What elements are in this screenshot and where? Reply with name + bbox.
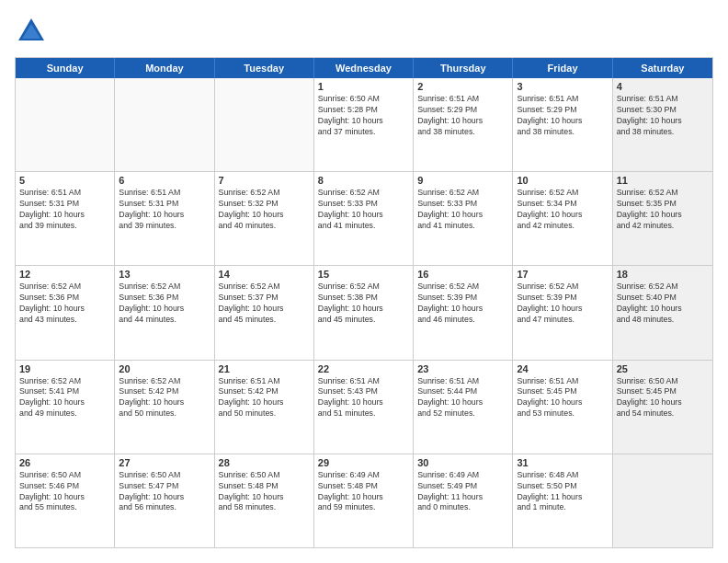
logo: [15, 15, 51, 48]
day-info: Sunrise: 6:52 AM Sunset: 5:36 PM Dayligh…: [119, 282, 210, 326]
day-number: 4: [617, 81, 709, 92]
day-info: Sunrise: 6:52 AM Sunset: 5:38 PM Dayligh…: [318, 282, 409, 326]
calendar-cell-2-4: 16Sunrise: 6:52 AM Sunset: 5:39 PM Dayli…: [414, 266, 513, 359]
calendar-cell-0-5: 3Sunrise: 6:51 AM Sunset: 5:29 PM Daylig…: [513, 78, 612, 171]
day-number: 28: [219, 457, 310, 468]
calendar-cell-4-4: 30Sunrise: 6:49 AM Sunset: 5:49 PM Dayli…: [414, 454, 513, 547]
day-info: Sunrise: 6:52 AM Sunset: 5:40 PM Dayligh…: [617, 282, 709, 326]
calendar: SundayMondayTuesdayWednesdayThursdayFrid…: [15, 57, 713, 548]
day-info: Sunrise: 6:52 AM Sunset: 5:33 PM Dayligh…: [417, 188, 508, 232]
calendar-cell-2-2: 14Sunrise: 6:52 AM Sunset: 5:37 PM Dayli…: [215, 266, 314, 359]
day-number: 16: [417, 269, 508, 280]
calendar-cell-0-2: [215, 78, 314, 171]
calendar-body: 1Sunrise: 6:50 AM Sunset: 5:28 PM Daylig…: [16, 78, 712, 547]
day-info: Sunrise: 6:50 AM Sunset: 5:45 PM Dayligh…: [617, 376, 709, 420]
day-number: 2: [417, 81, 508, 92]
day-number: 13: [119, 269, 210, 280]
weekday-header-monday: Monday: [115, 58, 214, 78]
day-info: Sunrise: 6:52 AM Sunset: 5:39 PM Dayligh…: [417, 282, 508, 326]
day-number: 20: [119, 363, 210, 374]
weekday-header-tuesday: Tuesday: [215, 58, 314, 78]
calendar-cell-0-4: 2Sunrise: 6:51 AM Sunset: 5:29 PM Daylig…: [414, 78, 513, 171]
day-number: 8: [318, 175, 409, 186]
calendar-cell-4-0: 26Sunrise: 6:50 AM Sunset: 5:46 PM Dayli…: [16, 454, 115, 547]
calendar-cell-1-4: 9Sunrise: 6:52 AM Sunset: 5:33 PM Daylig…: [414, 172, 513, 265]
calendar-row-2: 12Sunrise: 6:52 AM Sunset: 5:36 PM Dayli…: [16, 266, 712, 360]
calendar-cell-4-1: 27Sunrise: 6:50 AM Sunset: 5:47 PM Dayli…: [115, 454, 214, 547]
calendar-cell-2-0: 12Sunrise: 6:52 AM Sunset: 5:36 PM Dayli…: [16, 266, 115, 359]
day-info: Sunrise: 6:49 AM Sunset: 5:49 PM Dayligh…: [417, 470, 508, 514]
calendar-cell-2-6: 18Sunrise: 6:52 AM Sunset: 5:40 PM Dayli…: [613, 266, 712, 359]
day-info: Sunrise: 6:50 AM Sunset: 5:28 PM Dayligh…: [318, 94, 409, 138]
day-info: Sunrise: 6:52 AM Sunset: 5:37 PM Dayligh…: [219, 282, 310, 326]
day-number: 10: [517, 175, 608, 186]
weekday-header-saturday: Saturday: [613, 58, 712, 78]
calendar-row-3: 19Sunrise: 6:52 AM Sunset: 5:41 PM Dayli…: [16, 361, 712, 454]
calendar-cell-3-2: 21Sunrise: 6:51 AM Sunset: 5:42 PM Dayli…: [215, 361, 314, 454]
calendar-cell-4-2: 28Sunrise: 6:50 AM Sunset: 5:48 PM Dayli…: [215, 454, 314, 547]
calendar-row-1: 5Sunrise: 6:51 AM Sunset: 5:31 PM Daylig…: [16, 172, 712, 266]
day-info: Sunrise: 6:50 AM Sunset: 5:48 PM Dayligh…: [219, 470, 310, 514]
calendar-cell-2-3: 15Sunrise: 6:52 AM Sunset: 5:38 PM Dayli…: [314, 266, 414, 359]
day-number: 26: [19, 457, 110, 468]
calendar-cell-0-1: [115, 78, 214, 171]
calendar-cell-1-1: 6Sunrise: 6:51 AM Sunset: 5:31 PM Daylig…: [115, 172, 214, 265]
day-number: 18: [617, 269, 709, 280]
day-number: 23: [417, 363, 508, 374]
day-number: 5: [19, 175, 110, 186]
calendar-cell-4-6: [613, 454, 712, 547]
calendar-cell-2-5: 17Sunrise: 6:52 AM Sunset: 5:39 PM Dayli…: [513, 266, 612, 359]
calendar-cell-1-2: 7Sunrise: 6:52 AM Sunset: 5:32 PM Daylig…: [215, 172, 314, 265]
calendar-cell-4-3: 29Sunrise: 6:49 AM Sunset: 5:48 PM Dayli…: [314, 454, 414, 547]
day-info: Sunrise: 6:49 AM Sunset: 5:48 PM Dayligh…: [318, 470, 409, 514]
day-info: Sunrise: 6:52 AM Sunset: 5:41 PM Dayligh…: [19, 376, 110, 420]
day-number: 31: [517, 457, 608, 468]
calendar-cell-0-3: 1Sunrise: 6:50 AM Sunset: 5:28 PM Daylig…: [314, 78, 414, 171]
logo-icon: [15, 15, 48, 48]
day-number: 22: [318, 363, 409, 374]
day-number: 11: [617, 175, 709, 186]
header: [15, 15, 713, 48]
day-info: Sunrise: 6:50 AM Sunset: 5:46 PM Dayligh…: [19, 470, 110, 514]
day-info: Sunrise: 6:52 AM Sunset: 5:36 PM Dayligh…: [19, 282, 110, 326]
calendar-cell-3-1: 20Sunrise: 6:52 AM Sunset: 5:42 PM Dayli…: [115, 361, 214, 454]
day-info: Sunrise: 6:51 AM Sunset: 5:42 PM Dayligh…: [219, 376, 310, 420]
day-info: Sunrise: 6:48 AM Sunset: 5:50 PM Dayligh…: [517, 470, 608, 514]
day-number: 15: [318, 269, 409, 280]
calendar-cell-3-4: 23Sunrise: 6:51 AM Sunset: 5:44 PM Dayli…: [414, 361, 513, 454]
day-info: Sunrise: 6:51 AM Sunset: 5:31 PM Dayligh…: [119, 188, 210, 232]
day-number: 21: [219, 363, 310, 374]
weekday-header-friday: Friday: [513, 58, 612, 78]
day-number: 17: [517, 269, 608, 280]
calendar-header: SundayMondayTuesdayWednesdayThursdayFrid…: [16, 58, 712, 78]
calendar-cell-0-6: 4Sunrise: 6:51 AM Sunset: 5:30 PM Daylig…: [613, 78, 712, 171]
day-info: Sunrise: 6:52 AM Sunset: 5:35 PM Dayligh…: [617, 188, 709, 232]
calendar-row-4: 26Sunrise: 6:50 AM Sunset: 5:46 PM Dayli…: [16, 454, 712, 547]
calendar-cell-4-5: 31Sunrise: 6:48 AM Sunset: 5:50 PM Dayli…: [513, 454, 612, 547]
day-number: 6: [119, 175, 210, 186]
day-info: Sunrise: 6:52 AM Sunset: 5:32 PM Dayligh…: [219, 188, 310, 232]
day-number: 14: [219, 269, 310, 280]
day-number: 9: [417, 175, 508, 186]
day-number: 24: [517, 363, 608, 374]
day-info: Sunrise: 6:51 AM Sunset: 5:29 PM Dayligh…: [517, 94, 608, 138]
day-info: Sunrise: 6:51 AM Sunset: 5:31 PM Dayligh…: [19, 188, 110, 232]
calendar-cell-2-1: 13Sunrise: 6:52 AM Sunset: 5:36 PM Dayli…: [115, 266, 214, 359]
weekday-header-wednesday: Wednesday: [314, 58, 414, 78]
calendar-cell-3-0: 19Sunrise: 6:52 AM Sunset: 5:41 PM Dayli…: [16, 361, 115, 454]
day-info: Sunrise: 6:52 AM Sunset: 5:42 PM Dayligh…: [119, 376, 210, 420]
calendar-cell-0-0: [16, 78, 115, 171]
calendar-cell-3-6: 25Sunrise: 6:50 AM Sunset: 5:45 PM Dayli…: [613, 361, 712, 454]
calendar-cell-1-6: 11Sunrise: 6:52 AM Sunset: 5:35 PM Dayli…: [613, 172, 712, 265]
day-info: Sunrise: 6:52 AM Sunset: 5:34 PM Dayligh…: [517, 188, 608, 232]
day-info: Sunrise: 6:50 AM Sunset: 5:47 PM Dayligh…: [119, 470, 210, 514]
calendar-cell-3-3: 22Sunrise: 6:51 AM Sunset: 5:43 PM Dayli…: [314, 361, 414, 454]
day-number: 19: [19, 363, 110, 374]
day-number: 3: [517, 81, 608, 92]
day-number: 1: [318, 81, 409, 92]
day-info: Sunrise: 6:52 AM Sunset: 5:39 PM Dayligh…: [517, 282, 608, 326]
calendar-cell-3-5: 24Sunrise: 6:51 AM Sunset: 5:45 PM Dayli…: [513, 361, 612, 454]
day-info: Sunrise: 6:52 AM Sunset: 5:33 PM Dayligh…: [318, 188, 409, 232]
day-number: 12: [19, 269, 110, 280]
day-info: Sunrise: 6:51 AM Sunset: 5:30 PM Dayligh…: [617, 94, 709, 138]
